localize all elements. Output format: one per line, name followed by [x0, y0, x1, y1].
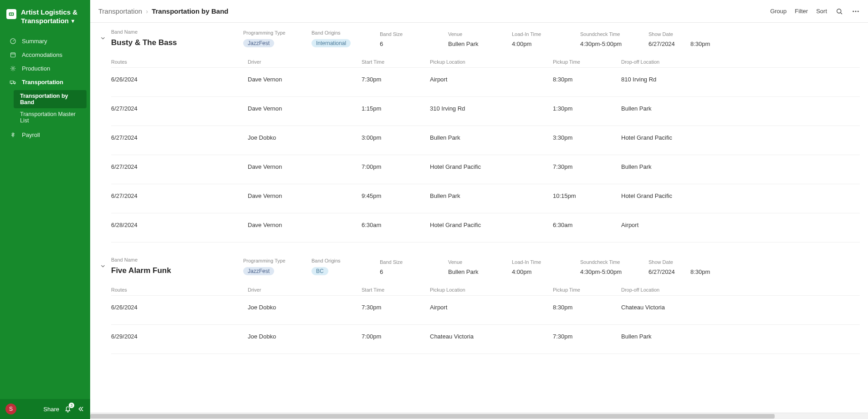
notifications-button[interactable]: 3 [64, 405, 72, 413]
band-block: Band NameFive Alarm FunkProgramming Type… [90, 251, 868, 362]
band-header-cell: Band Size6 [380, 31, 448, 47]
cell-value: Five Alarm Funk [111, 266, 243, 275]
cell-value: 1:30pm [553, 105, 621, 112]
routes-section: RoutesDriverStart TimePickup LocationPic… [90, 283, 868, 362]
cell-value: JazzFest [243, 39, 311, 47]
sidebar-item-summary[interactable]: Summary [0, 35, 90, 48]
column-label: Load-In Time [512, 31, 580, 37]
band-header-cell: VenueBullen Park [448, 31, 512, 47]
sidebar-footer: S Share 3 [0, 399, 90, 419]
band-header: Band NameBusty & The BassProgramming Typ… [90, 23, 868, 56]
column-label: Band Origins [311, 30, 380, 35]
cell-value: 8:30pm [553, 304, 621, 311]
svg-point-9 [837, 9, 841, 13]
sort-button[interactable]: Sort [816, 8, 827, 15]
sidebar-item-label: Transportation [22, 79, 63, 86]
share-button[interactable]: Share [43, 406, 59, 413]
cell-value: Busty & The Bass [111, 38, 243, 47]
truck-icon [9, 79, 16, 86]
table-row[interactable]: 6/29/2024Joe Dobko7:00pmChateau Victoria… [111, 325, 860, 354]
chip: JazzFest [243, 39, 274, 47]
sidebar-subnav-transportation: Transportation by Band Transportation Ma… [0, 90, 90, 126]
sidebar-nav: Summary Accomodations Production Transpo… [0, 32, 90, 399]
chevron-right-icon: › [146, 7, 148, 15]
more-button[interactable] [852, 7, 860, 15]
column-label: Drop-off Location [621, 59, 712, 65]
sidebar-item-label: Production [22, 65, 50, 72]
cell-value: Joe Dobko [248, 134, 362, 141]
expand-toggle[interactable] [98, 34, 107, 43]
table-row[interactable]: 6/27/2024Joe Dobko3:00pmBullen Park3:30p… [111, 126, 860, 155]
filter-button[interactable]: Filter [795, 8, 808, 15]
sidebar-item-accomodations[interactable]: Accomodations [0, 48, 90, 62]
cell-value: Bullen Park [448, 268, 512, 275]
cell-value: 6/26/2024 [111, 304, 248, 311]
chip: JazzFest [243, 267, 274, 275]
cell-value: 1:15pm [362, 105, 430, 112]
column-label: Programming Type [243, 30, 311, 35]
cell-value: Hotel Grand Pacific [430, 163, 553, 170]
cell-value: 6:30am [553, 222, 621, 228]
cell-value: Joe Dobko [248, 304, 362, 311]
band-header-cell: Programming TypeJazzFest [243, 30, 311, 47]
band-header: Band NameFive Alarm FunkProgramming Type… [90, 251, 868, 283]
cell-value: Dave Vernon [248, 222, 362, 228]
cell-value: Chateau Victoria [430, 333, 553, 340]
horizontal-scrollbar[interactable] [90, 413, 868, 419]
band-header-cell: Band Size6 [380, 259, 448, 275]
table-row[interactable]: 6/27/2024Dave Vernon9:45pmBullen Park10:… [111, 184, 860, 213]
workspace-logo [6, 9, 16, 19]
group-button[interactable]: Group [770, 8, 786, 15]
breadcrumb: Transportation › Transportation by Band [98, 7, 229, 15]
cell-value: Bullen Park [448, 40, 512, 47]
scrollbar-thumb[interactable] [90, 414, 775, 419]
notification-badge: 3 [68, 402, 75, 409]
sidebar-item-production[interactable]: Production [0, 62, 90, 76]
svg-point-10 [853, 10, 854, 11]
table-row[interactable]: 6/26/2024Joe Dobko7:30pmAirport8:30pmCha… [111, 296, 860, 325]
collapse-sidebar-button[interactable] [77, 405, 85, 413]
sidebar-item-payroll[interactable]: Payroll [0, 128, 90, 142]
band-block: Band NameBusty & The BassProgramming Typ… [90, 23, 868, 251]
expand-toggle[interactable] [98, 262, 107, 271]
gauge-icon [9, 38, 16, 45]
sidebar-item-transportation[interactable]: Transportation [0, 76, 90, 89]
column-label: Start Time [362, 287, 430, 293]
cell-value: 4:30pm-5:00pm [580, 268, 648, 275]
search-button[interactable] [835, 7, 843, 15]
band-header-cell: Load-In Time4:00pm [512, 259, 580, 275]
avatar[interactable]: S [5, 404, 16, 414]
table-row[interactable]: 6/28/2024Dave Vernon6:30amHotel Grand Pa… [111, 213, 860, 242]
sidebar-subitem-transportation-master-list[interactable]: Transportation Master List [14, 108, 87, 126]
column-label: Show Date [648, 31, 690, 37]
content-area[interactable]: Band NameBusty & The BassProgramming Typ… [90, 23, 868, 413]
cell-value: 4:00pm [512, 268, 580, 275]
cell-value: 8:30pm [690, 268, 727, 275]
table-row[interactable]: 6/26/2024Dave Vernon7:30pmAirport8:30pm8… [111, 68, 860, 97]
band-header-cell: Soundcheck Time4:30pm-5:00pm [580, 31, 648, 47]
cell-value: Airport [430, 76, 553, 83]
sidebar-item-label: Summary [22, 38, 47, 45]
cell-value: 310 Irving Rd [430, 105, 553, 112]
breadcrumb-parent[interactable]: Transportation [98, 7, 142, 15]
column-label: Soundcheck Time [580, 31, 648, 37]
cell-value: 3:30pm [553, 134, 621, 141]
sidebar-subitem-transportation-by-band[interactable]: Transportation by Band [14, 90, 87, 108]
cell-value: Airport [430, 304, 553, 311]
cell-value: 7:30pm [362, 304, 430, 311]
cell-value: Bullen Park [621, 333, 712, 340]
workspace-switcher[interactable]: Artist Logistics & Transportation ▾ [0, 0, 90, 32]
svg-point-11 [855, 10, 856, 11]
chevron-down-icon [100, 263, 106, 269]
svg-point-8 [14, 83, 15, 84]
table-row[interactable]: 6/27/2024Dave Vernon7:00pmHotel Grand Pa… [111, 155, 860, 184]
cell-value: Hotel Grand Pacific [621, 134, 712, 141]
band-header-cell: 8:30pm [690, 265, 727, 275]
chevron-down-icon: ▾ [71, 18, 74, 24]
cell-value: 8:30pm [553, 76, 621, 83]
cell-value: Airport [621, 222, 712, 228]
cell-value: 6/27/2024 [648, 40, 690, 47]
band-header-cell: Show Date6/27/2024 [648, 31, 690, 47]
table-row[interactable]: 6/27/2024Dave Vernon1:15pm310 Irving Rd1… [111, 97, 860, 126]
cell-value: 9:45pm [362, 192, 430, 199]
